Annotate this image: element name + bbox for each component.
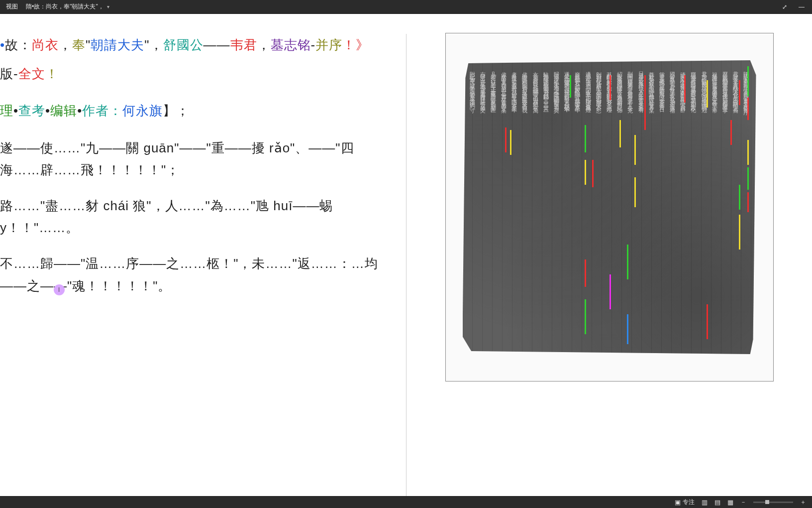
version-line: 版-全文！ xyxy=(0,63,394,85)
text-segment: - xyxy=(311,37,316,52)
text-segment: "， xyxy=(144,37,163,52)
rubbing-column: 清簡吏民懷之徵拜尚衣奉御加朝請大夫封舒 xyxy=(680,67,686,347)
annotation-marker xyxy=(739,215,740,250)
annotation-marker xyxy=(585,125,586,152)
text-segment: 全文 xyxy=(18,66,45,81)
annotation-marker xyxy=(510,130,511,155)
top-toolbar: 视图 隋•故：尚衣，奉"朝請大夫"， ▾ ⤢ — xyxy=(0,0,812,14)
text-segment: 编辑 xyxy=(50,103,77,118)
annotation-marker xyxy=(747,167,749,190)
text-segment: 作者： xyxy=(82,103,122,118)
text-segment: 舒國公 xyxy=(163,37,203,52)
rubbing-column: 附記拓本尺寸縱若干橫若干釐米字徑約一寸 xyxy=(470,67,475,347)
text-segment: • xyxy=(13,103,18,118)
text-segment: 版 xyxy=(0,66,13,81)
annotation-marker xyxy=(585,160,586,185)
text-segment: - xyxy=(13,66,18,81)
text-segment: ， xyxy=(257,37,271,52)
text-segment: 】； xyxy=(163,103,190,118)
chevron-down-icon[interactable]: ▾ xyxy=(107,4,109,9)
rubbing-image-frame: 隋故尚衣奉御朝請大夫舒國公韋君墓志銘并序君諱某字某京兆杜陵人也其先出自顓頊之裔歷… xyxy=(445,33,774,381)
annotation-marker xyxy=(619,120,621,147)
text-segment: • xyxy=(77,103,82,118)
paragraph-1: 遂——使……"九——關 guān"——"重——擾 rǎo"、——"四海……辟……… xyxy=(0,137,394,181)
document-title-text: 隋•故：尚衣，奉"朝請大夫"， xyxy=(26,2,104,11)
rubbing-column: 當塗嘉之俄而寢疾藥石無徵以大業某年月日 xyxy=(659,67,665,347)
text-segment: 奉 xyxy=(72,37,86,52)
image-preview-pane[interactable]: 隋故尚衣奉御朝請大夫舒國公韋君墓志銘并序君諱某字某京兆杜陵人也其先出自顓頊之裔歷… xyxy=(406,14,812,496)
rubbing-column: 靡靡勒銘玄石式昭厥軌嗚呼哀哉尚饗大業年 xyxy=(575,67,580,347)
annotation-marker xyxy=(585,259,586,287)
web-layout-icon[interactable]: ▦ xyxy=(727,499,733,506)
author-line: 理•查考•编辑•作者：何永旗】； xyxy=(0,100,394,122)
rubbing-column: 遺殲此良士泉扃一閉夜臺千祀松檟森森風煙 xyxy=(586,67,591,347)
zoom-slider-handle[interactable] xyxy=(765,500,769,504)
annotation-marker xyxy=(634,135,636,165)
annotation-marker xyxy=(644,75,646,100)
rubbing-column: 則閨門肅穆先君而逝合祔焉有子若干人並克 xyxy=(627,67,633,347)
rubbing-column: 歲次某甲某月朔某日立石書丹某官某撰文某 xyxy=(501,67,507,347)
rubbing-image: 隋故尚衣奉御朝請大夫舒國公韋君墓志銘并序君諱某字某京兆杜陵人也其先出自顓頊之裔歷… xyxy=(463,60,756,354)
annotation-marker xyxy=(739,80,740,105)
title-line: •故：尚衣，奉"朝請大夫"，舒國公——韦君，墓志铭-并序！》 xyxy=(0,34,394,56)
rubbing-column: 日遷窆於某原禮也夫人某氏某官之女柔嘉有 xyxy=(638,67,644,347)
focus-label: 专注 xyxy=(683,498,695,507)
annotation-marker xyxy=(609,274,611,309)
text-segment: 朝請大夫 xyxy=(91,37,144,52)
focus-mode-button[interactable]: ▣ 专注 xyxy=(675,498,695,507)
rubbing-column: 遂使九關重擾四海辟飛路盡豺狼人為虺蜴不 xyxy=(564,67,570,347)
document-text-pane[interactable]: •故：尚衣，奉"朝請大夫"，舒國公——韦君，墓志铭-并序！》 版-全文！ 理•查… xyxy=(0,14,406,496)
annotation-marker xyxy=(634,177,636,207)
rubbing-column: 歲誰識英猷刻此貞石永播徽猷庶幾來者知我 xyxy=(522,67,527,347)
rubbing-column: 國公食邑若干戶君性至孝友於兄弟居喪盡禮 xyxy=(670,67,675,347)
annotation-marker xyxy=(747,192,749,212)
main-split: •故：尚衣，奉"朝請大夫"，舒國公——韦君，墓志铭-并序！》 版-全文！ 理•查… xyxy=(0,14,812,496)
rubbing-column: 剖符列郡化被南紀入奉宸闈忠勤靡已天不憖 xyxy=(596,67,602,347)
zoom-slider[interactable] xyxy=(753,502,793,503)
zoom-in-button[interactable]: ＋ xyxy=(800,498,806,507)
view-menu[interactable]: 视图 xyxy=(6,2,18,11)
annotation-marker xyxy=(609,75,611,100)
rubbing-column: 駐撫茲陳迹能無慟哉乃為銘曰其一其二其三 xyxy=(543,67,549,347)
annotation-marker xyxy=(747,66,749,96)
rubbing-column: 祖某隨任司徒長史遷尚書左丞父某仕至太常 xyxy=(712,67,717,347)
annotation-marker xyxy=(707,304,708,339)
annotation-marker xyxy=(707,80,708,108)
text-segment: • xyxy=(0,37,5,52)
annotation-marker xyxy=(747,140,749,165)
text-segment: 何永旗 xyxy=(122,103,163,118)
fit-screen-icon[interactable]: ⤢ xyxy=(780,2,789,11)
annotation-marker xyxy=(570,75,571,98)
text-segment: 墓志铭 xyxy=(271,37,311,52)
text-segment: ！》 xyxy=(342,37,369,52)
minimize-icon[interactable]: — xyxy=(797,2,806,11)
annotation-marker xyxy=(592,160,594,187)
paragraph-3: 不……歸——"温……序——之……柩！"，未……"返……：…均——之——"魂！！！… xyxy=(0,253,394,296)
rubbing-column: 者希後之覽者亦將有感於斯文大隋大業某年 xyxy=(511,67,517,347)
text-segment: ！ xyxy=(45,66,59,81)
status-bar: ▣ 专注 ▥ ▤ ▦ － ＋ xyxy=(0,496,812,508)
rubbing-column: 歷世載德勳庸奕葉曾祖某使持節都督諸軍事 xyxy=(722,67,728,347)
document-title-tab[interactable]: 隋•故：尚衣，奉"朝請大夫"， ▾ xyxy=(26,2,109,11)
text-segment: 并序 xyxy=(315,37,342,52)
text-segment: " xyxy=(86,37,91,52)
reading-view-icon[interactable]: ▥ xyxy=(702,499,708,506)
annotation-marker xyxy=(585,299,586,334)
annotation-marker xyxy=(505,127,507,152)
rubbing-column: 歸温序之柩未返均之魂嗟乎隙駟難留逝川莫 xyxy=(554,67,559,347)
annotation-marker xyxy=(627,245,628,279)
annotation-marker xyxy=(644,100,646,130)
rubbing-column: 右碑出土於某地今藏某處考釋詳見何永旗文 xyxy=(480,67,486,347)
rubbing-column: 玄堂寂寂白日悠悠城闕雲迷山川霧鎖千秋萬 xyxy=(533,67,538,347)
print-layout-icon[interactable]: ▤ xyxy=(714,499,720,506)
text-segment: • xyxy=(45,103,50,118)
text-segment: 理 xyxy=(0,103,13,118)
zoom-out-button[interactable]: － xyxy=(740,498,746,507)
text-segment: —— xyxy=(203,37,230,52)
annotation-marker xyxy=(627,314,628,344)
rubbing-column: 紹家聲痛深罔極懼陵谷之貿遷刊幽石而紀德 xyxy=(617,67,622,347)
rubbing-column: 凡若干行行若干字正書集賢院官某監刻某匠 xyxy=(491,67,496,347)
annotation-marker xyxy=(730,120,732,145)
text-segment: 故： xyxy=(5,37,32,52)
annotation-marker xyxy=(739,185,740,210)
